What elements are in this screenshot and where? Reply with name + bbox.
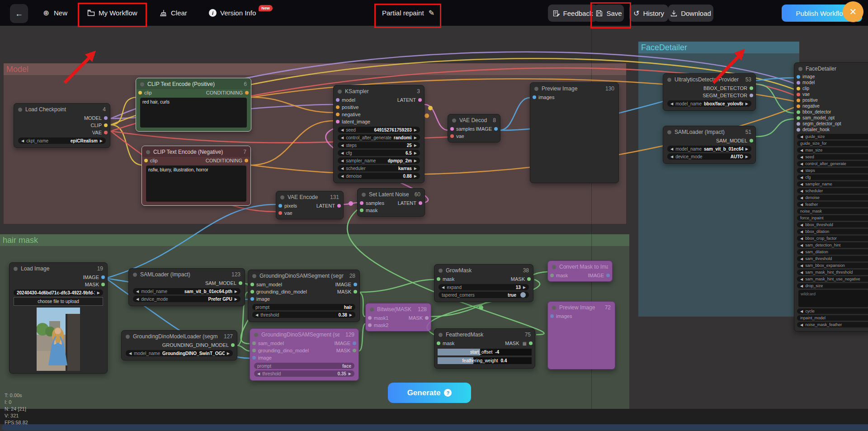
- download-button[interactable]: Download: [668, 5, 713, 22]
- output-port[interactable]: IMAGE: [476, 126, 498, 132]
- combo-left-arrow-icon[interactable]: ◀: [670, 147, 673, 151]
- output-slot-dot[interactable]: [750, 139, 753, 142]
- input-port[interactable]: mask: [360, 208, 377, 213]
- combo-left-arrow-icon[interactable]: ◀: [800, 243, 803, 247]
- node-groundingdinomodelloader-segment-anything[interactable]: GroundingDinoModelLoader (segment anythi…: [121, 330, 237, 360]
- output-slot-dot[interactable]: [101, 275, 105, 279]
- input-port[interactable]: pixels: [278, 203, 297, 208]
- node-header[interactable]: CLIP Text Encode (Positive)6: [136, 78, 251, 89]
- output-slot-dot[interactable]: [353, 341, 356, 345]
- widget-cfg[interactable]: ◀cfg: [797, 175, 868, 180]
- node-collapse-dot[interactable]: [146, 150, 150, 154]
- close-icon[interactable]: ✕: [843, 1, 863, 22]
- input-slot-dot[interactable]: [250, 297, 254, 301]
- widget-scheduler[interactable]: ◀schedulerkarras▶: [338, 165, 420, 171]
- output-port[interactable]: MASK: [337, 289, 357, 294]
- combo-left-arrow-icon[interactable]: ◀: [341, 174, 344, 178]
- node-header[interactable]: Convert Mask to Image: [548, 261, 612, 272]
- combo-left-arrow-icon[interactable]: ◀: [800, 237, 803, 241]
- prompt-textarea[interactable]: nsfw, blurry, illustration, horror: [146, 166, 246, 202]
- output-port[interactable]: VAE: [92, 130, 108, 135]
- node-header[interactable]: UltralyticsDetectorProvider53: [663, 74, 755, 85]
- combo-right-arrow-icon[interactable]: ▶: [523, 285, 526, 289]
- output-slot-dot[interactable]: [101, 283, 105, 286]
- combo-right-arrow-icon[interactable]: ▶: [414, 159, 417, 163]
- node-header[interactable]: CLIP Text Encode (Negative)7: [142, 146, 250, 157]
- widget-threshold[interactable]: ◀threshold0.35▶: [254, 370, 354, 377]
- combo-right-arrow-icon[interactable]: ▶: [349, 313, 352, 317]
- input-port[interactable]: mask1: [368, 315, 388, 321]
- widget-force-inpaint[interactable]: force_inpaint: [797, 215, 868, 221]
- output-port[interactable]: CONDITIONING: [206, 90, 249, 95]
- input-slot-dot[interactable]: [533, 95, 536, 99]
- node-featheredmask[interactable]: FeatheredMask75maskMASK▦start_offset-4fe…: [434, 328, 535, 369]
- combo-left-arrow-icon[interactable]: ◀: [800, 148, 803, 152]
- output-slot-dot[interactable]: [419, 201, 422, 205]
- node-convert-mask-to-image[interactable]: Convert Mask to ImagemaskIMAGE: [547, 260, 613, 282]
- input-slot-dot[interactable]: [797, 122, 800, 126]
- combo-right-arrow-icon[interactable]: ▶: [745, 147, 748, 151]
- toggle-knob[interactable]: [520, 292, 526, 298]
- node-header[interactable]: GroundingDinoSAMSegment (segment anythin…: [248, 270, 359, 281]
- input-slot-dot[interactable]: [797, 81, 800, 85]
- input-slot-dot[interactable]: [550, 314, 554, 318]
- combo-left-arrow-icon[interactable]: ◀: [670, 102, 673, 106]
- node-collapse-dot[interactable]: [14, 267, 18, 271]
- input-slot-dot[interactable]: [336, 98, 340, 102]
- input-slot-dot[interactable]: [368, 323, 372, 327]
- widget-scheduler[interactable]: ◀scheduler: [797, 188, 868, 194]
- input-port[interactable]: vae: [450, 133, 464, 139]
- node-collapse-dot[interactable]: [552, 306, 556, 310]
- widget-model-name[interactable]: ◀model_nameGroundingDINO_SwinT_OGC (694M…: [126, 350, 233, 356]
- input-slot-dot[interactable]: [437, 341, 440, 345]
- output-port[interactable]: SEGM_DETECTOR: [703, 93, 753, 98]
- node-collapse-dot[interactable]: [439, 333, 443, 337]
- widget-feather[interactable]: ◀feather: [797, 202, 868, 207]
- widget-cycle[interactable]: ◀cycle: [797, 308, 868, 314]
- widget-control-after-generate[interactable]: ◀control_after_generate: [797, 161, 868, 166]
- node-header[interactable]: KSampler3: [334, 85, 424, 96]
- widget-threshold[interactable]: ◀threshold0.38▶: [252, 312, 355, 318]
- combo-right-arrow-icon[interactable]: ▶: [414, 166, 417, 171]
- combo-left-arrow-icon[interactable]: ◀: [341, 143, 344, 147]
- input-slot-dot[interactable]: [360, 201, 363, 205]
- node-header[interactable]: SAMLoader (Impact)123: [129, 269, 245, 279]
- combo-right-arrow-icon[interactable]: ▶: [100, 139, 103, 143]
- node-header[interactable]: FeatheredMask75: [434, 329, 535, 340]
- input-port[interactable]: model: [797, 80, 815, 85]
- output-port[interactable]: MASK: [511, 276, 531, 282]
- input-port[interactable]: clip: [797, 86, 809, 91]
- output-slot-dot[interactable]: [529, 341, 533, 345]
- output-port[interactable]: IMAGE: [335, 282, 357, 287]
- node-header[interactable]: SAMLoader (Impact)51: [663, 126, 755, 137]
- combo-right-arrow-icon[interactable]: ▶: [349, 372, 351, 376]
- output-slot-dot[interactable]: [231, 343, 235, 347]
- output-port[interactable]: MASK: [85, 282, 105, 287]
- node-collapse-dot[interactable]: [140, 82, 144, 86]
- node-collapse-dot[interactable]: [534, 87, 538, 91]
- node-collapse-dot[interactable]: [252, 274, 256, 278]
- input-slot-dot[interactable]: [252, 349, 256, 352]
- input-port[interactable]: bbox_detector: [797, 109, 831, 114]
- widget-device-mode[interactable]: ◀device_modePrefer GPU▶: [133, 296, 241, 302]
- combo-left-arrow-icon[interactable]: ◀: [800, 189, 803, 193]
- widget-cfg[interactable]: ◀cfg6.5▶: [338, 150, 420, 156]
- node-clip-text-encode-negative[interactable]: CLIP Text Encode (Negative)7clipCONDITIO…: [142, 146, 251, 206]
- combo-right-arrow-icon[interactable]: ▶: [227, 351, 230, 355]
- input-slot-dot[interactable]: [368, 316, 372, 320]
- node-header[interactable]: Preview Image130: [530, 83, 618, 94]
- input-slot-dot[interactable]: [144, 159, 148, 162]
- output-slot-dot[interactable]: [354, 283, 357, 286]
- input-port[interactable]: grounding_dino_model: [252, 348, 309, 353]
- node-preview-image[interactable]: Preview Image72images: [547, 301, 615, 369]
- input-slot-dot[interactable]: [252, 341, 256, 345]
- input-slot-dot[interactable]: [252, 356, 256, 360]
- widget-noise-mask-feather[interactable]: ◀noise_mask_feather: [797, 322, 868, 327]
- node-header[interactable]: GroundingDinoModelLoader (segment anythi…: [122, 331, 237, 341]
- combo-left-arrow-icon[interactable]: ◀: [800, 169, 803, 173]
- node-ksampler[interactable]: KSampler3modelLATENTpositivenegativelate…: [333, 85, 425, 183]
- output-port[interactable]: IMAGE: [335, 341, 356, 346]
- input-port[interactable]: grounding_dino_model: [250, 289, 307, 294]
- input-slot-dot[interactable]: [336, 120, 340, 123]
- combo-left-arrow-icon[interactable]: ◀: [255, 313, 258, 317]
